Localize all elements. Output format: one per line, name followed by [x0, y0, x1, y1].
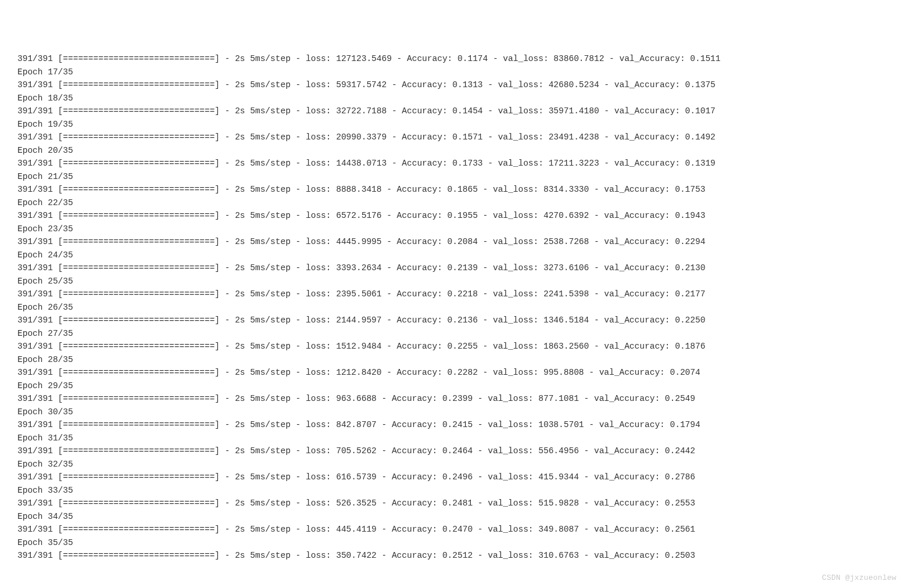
watermark-text: CSDN @jxzueonlew — [822, 572, 896, 585]
training-log-output: 391/391 [==============================]… — [0, 52, 901, 562]
